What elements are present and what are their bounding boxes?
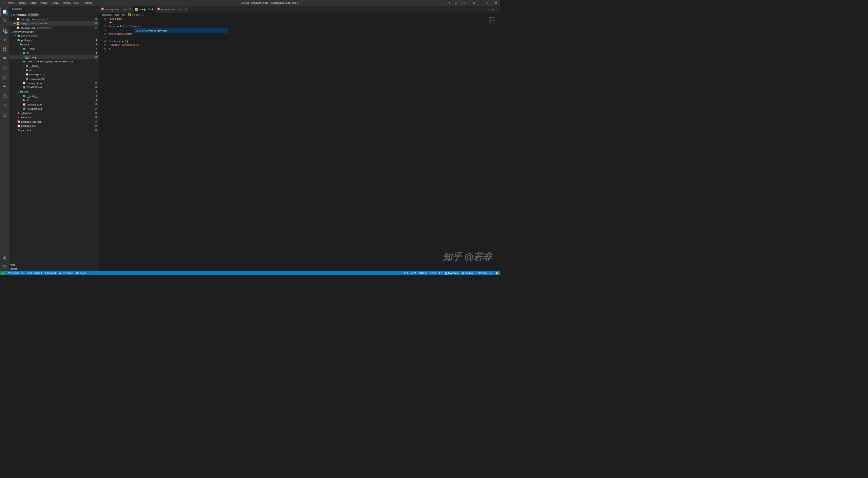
minimize-button[interactable]: ─ bbox=[478, 0, 485, 6]
file-tree-item[interactable]: package.json bbox=[9, 72, 99, 77]
code-line[interactable]: import utils from "@smpo";{}@smpower-cli… bbox=[109, 24, 500, 28]
breadcrumb-item[interactable]: packages bbox=[102, 14, 112, 16]
menu-item[interactable]: 终端(T) bbox=[72, 1, 83, 5]
breadcrumb-item[interactable]: lib bbox=[122, 14, 125, 16]
menu-item[interactable]: 查看(V) bbox=[39, 1, 50, 5]
bell-icon[interactable]: 🔔 bbox=[494, 271, 500, 275]
activity-explorer[interactable]: 1 bbox=[0, 7, 9, 17]
menu-item[interactable]: 选择(S) bbox=[28, 1, 39, 5]
code-line[interactable]: function core() { bbox=[109, 39, 500, 43]
diff-icon[interactable]: ⇄ bbox=[489, 8, 491, 11]
encoding[interactable]: UTF-8 bbox=[428, 271, 438, 275]
activity-settings[interactable] bbox=[0, 262, 9, 271]
customize-layout-icon[interactable]: ⊞ bbox=[470, 0, 477, 6]
file-tree-item[interactable]: ▲lerna.jsonU bbox=[9, 115, 99, 120]
code-line[interactable]: } bbox=[109, 47, 500, 51]
more-icon[interactable]: ⋯ bbox=[496, 8, 498, 11]
breadcrumb-item[interactable]: ... bbox=[142, 14, 144, 16]
code-lines[interactable]: "use strict";⚡import utils from "@smpo";… bbox=[109, 17, 500, 271]
menu-item[interactable]: 帮助(H) bbox=[83, 1, 94, 5]
outline-header[interactable]: › 大纲 bbox=[9, 262, 99, 267]
eol[interactable]: LF bbox=[438, 271, 443, 275]
file-tree-item[interactable]: JScore.jsU bbox=[9, 55, 99, 59]
revert-icon[interactable]: ↻ bbox=[485, 8, 487, 11]
code-line[interactable]: "use strict"; bbox=[109, 17, 500, 21]
editor-tab[interactable]: JScore.jsU bbox=[133, 6, 155, 13]
layout-side-icon[interactable]: ▢ bbox=[446, 0, 452, 6]
open-editor-item[interactable]: package.jsonpackages\coreU bbox=[9, 17, 99, 21]
suggest-item[interactable]: {}@smpower-cli-dev/utils bbox=[135, 28, 228, 33]
liveshare-button[interactable]: ◉ Live Share bbox=[57, 271, 74, 275]
breadcrumb-item[interactable]: core.js bbox=[132, 14, 139, 16]
file-tree-item[interactable]: ›node_modules bbox=[9, 34, 99, 38]
file-tree-item[interactable]: package.jsonU bbox=[9, 81, 99, 85]
maximize-button[interactable]: ▢ bbox=[485, 0, 492, 6]
connect-button[interactable]: ⎘ Connect bbox=[43, 271, 57, 275]
close-button[interactable]: ✕ bbox=[493, 0, 499, 6]
activity-zhihu[interactable]: 知 bbox=[0, 101, 9, 110]
language-mode[interactable]: {} JavaScript bbox=[443, 271, 460, 275]
file-tree-item[interactable]: iREADME.mdU bbox=[9, 106, 99, 111]
code-line[interactable]: return "Hello from core"; bbox=[109, 43, 500, 47]
golive-button[interactable]: 📡 Go Live bbox=[460, 271, 475, 275]
file-tree-item[interactable]: ›lib bbox=[9, 68, 99, 72]
prettier-status[interactable]: ✓ Prettier bbox=[475, 271, 489, 275]
editor-tab[interactable]: package.json...\coreU bbox=[99, 6, 133, 13]
remote-indicator[interactable]: >< bbox=[0, 271, 6, 275]
open-editor-item[interactable]: ●JScore.jspackages\core\libU bbox=[9, 21, 99, 26]
project-header[interactable]: ⌄ SMPOWER-CLI-DEV bbox=[9, 30, 99, 34]
file-tree-item[interactable]: ⌄lib bbox=[9, 51, 99, 55]
breadcrumb[interactable]: packages›core›lib›JScore.js›... bbox=[99, 13, 500, 17]
file-tree-item[interactable]: ›lib bbox=[9, 98, 99, 102]
file-tree-item[interactable]: ⬢yarn.lockU bbox=[9, 128, 99, 133]
activity-test[interactable] bbox=[0, 63, 9, 73]
timeline-header[interactable]: › 时间线 bbox=[9, 267, 99, 271]
code-line[interactable] bbox=[109, 36, 500, 39]
activity-db[interactable] bbox=[0, 110, 9, 120]
open-editor-item[interactable]: package.jsonpackages\utilsU bbox=[9, 25, 99, 30]
open-editors-header[interactable]: ⌄ 打开的编辑器 1 个未保存 bbox=[9, 13, 99, 17]
file-tree-item[interactable]: ›node_modules \ @smpower-cli-dev \ utils… bbox=[9, 59, 99, 64]
file-tree-item[interactable]: package-lock.jsonU bbox=[9, 120, 99, 124]
activity-debug[interactable] bbox=[0, 35, 9, 45]
suggest-widget[interactable]: {}@smpower-cli-dev/utils bbox=[134, 28, 228, 33]
layout-right-icon[interactable]: ▢ bbox=[460, 0, 467, 6]
file-tree-item[interactable]: ⌄packages bbox=[9, 38, 99, 42]
menu-item[interactable]: 编辑(E) bbox=[17, 1, 28, 5]
menu-item[interactable]: 转到(G) bbox=[50, 1, 61, 5]
git-branch[interactable]: master* bbox=[6, 271, 20, 275]
file-tree-item[interactable]: ›__tests__ bbox=[9, 64, 99, 68]
file-tree-item[interactable]: ⌄core bbox=[9, 42, 99, 46]
minimap[interactable] bbox=[488, 17, 500, 40]
sidebar-more-icon[interactable]: ⋯ bbox=[95, 8, 97, 11]
split-icon[interactable]: ▯ bbox=[492, 8, 494, 11]
sync-button[interactable]: ⟳ bbox=[21, 271, 26, 275]
layout-panel-icon[interactable]: ▭ bbox=[453, 0, 460, 6]
activity-search[interactable] bbox=[0, 16, 9, 26]
menu-item[interactable]: 文件(F) bbox=[6, 1, 17, 5]
editor-tab[interactable]: package.json...\utilsU bbox=[155, 6, 189, 13]
file-tree-item[interactable]: ›__tests__ bbox=[9, 94, 99, 98]
code-line[interactable]: ⚡ bbox=[109, 21, 500, 24]
file-tree-item[interactable]: package.jsonU bbox=[9, 124, 99, 128]
run-icon[interactable]: ▷ bbox=[481, 8, 482, 11]
feedback-icon[interactable]: ☺ bbox=[488, 271, 494, 275]
file-tree-item[interactable]: ›__tests__ bbox=[9, 46, 99, 51]
file-tree-item[interactable]: ◆.gitignoreU bbox=[9, 111, 99, 115]
breadcrumb-item[interactable]: core bbox=[115, 14, 119, 16]
activity-docker[interactable] bbox=[0, 82, 9, 92]
file-tree-item[interactable]: package.jsonU bbox=[9, 102, 99, 107]
file-tree-item[interactable]: iREADME.md bbox=[9, 77, 99, 81]
activity-extensions[interactable] bbox=[0, 44, 9, 54]
activity-remote[interactable] bbox=[0, 54, 9, 63]
activity-time[interactable] bbox=[0, 92, 9, 101]
problems[interactable]: ⓧ0 ⚠0 ⓘ0 bbox=[26, 271, 43, 275]
activity-scm[interactable]: 13 bbox=[0, 26, 9, 35]
code-area[interactable]: 2131234567 "use strict";⚡import utils fr… bbox=[99, 17, 500, 271]
file-tree-item[interactable]: iREADME.mdU bbox=[9, 85, 99, 89]
activity-todo[interactable] bbox=[0, 73, 9, 82]
indent[interactable]: 空格: 2 bbox=[418, 271, 428, 275]
file-tree-item[interactable]: ⌄utils bbox=[9, 89, 99, 94]
menu-item[interactable]: 运行(R) bbox=[61, 1, 72, 5]
gitgraph-button[interactable]: Git Graph bbox=[75, 271, 88, 275]
